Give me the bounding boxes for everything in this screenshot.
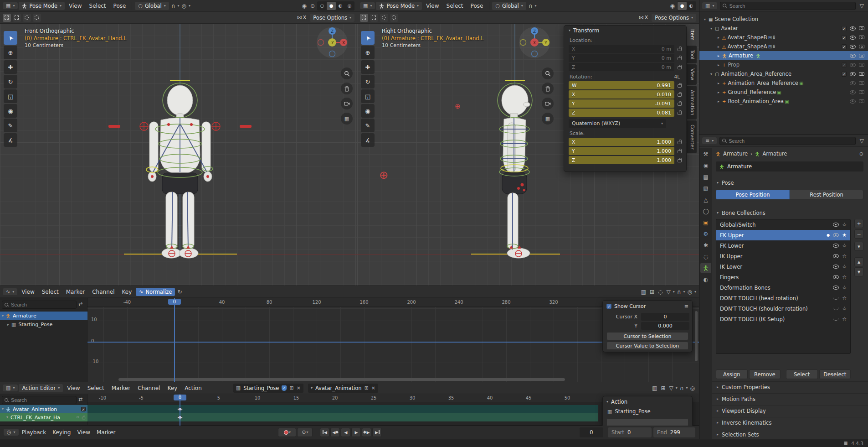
location-y-field[interactable]: Y0 m xyxy=(569,54,674,62)
proportional-dropdown-icon[interactable]: ▾ xyxy=(189,4,190,8)
editor-mode-dropdown[interactable]: Action Editor▾ xyxy=(19,384,63,392)
properties-search[interactable] xyxy=(719,137,856,145)
select-button[interactable]: Select xyxy=(786,369,818,379)
outliner-row-animation-area-collection[interactable]: ▾▢Animation_Area_Reference ✓ xyxy=(699,69,868,78)
mirror-icon[interactable]: ⋈ xyxy=(297,15,302,20)
filter-funnel-icon[interactable]: ▽ xyxy=(858,2,865,10)
selectable-checkbox[interactable]: ✓ xyxy=(842,44,847,49)
scale-y-field[interactable]: Y1.000 xyxy=(569,147,674,155)
pin-icon[interactable]: ⊙ xyxy=(76,416,79,419)
channel-keyframe-strip[interactable] xyxy=(87,413,598,421)
action-menu[interactable]: Action xyxy=(181,384,205,392)
bone-collection-row[interactable]: IK Lower☆ xyxy=(716,261,850,272)
hide-eye-icon[interactable] xyxy=(850,36,856,40)
visibility-eye-icon[interactable] xyxy=(833,233,839,237)
select-mode-box[interactable] xyxy=(13,14,21,22)
ik-target-icon[interactable]: ⊕ xyxy=(379,169,388,182)
graph-playhead[interactable] xyxy=(174,298,175,382)
chevron-down-icon[interactable]: ▾ xyxy=(676,386,678,390)
auto-normalize-icon[interactable]: ↻ xyxy=(176,288,183,296)
outliner-search[interactable] xyxy=(720,2,855,10)
visibility-eye-closed-icon[interactable] xyxy=(833,317,839,321)
cursor-y-field[interactable]: 0.000 xyxy=(641,322,689,330)
channel-menu[interactable]: Channel xyxy=(134,384,163,392)
mode-dropdown[interactable]: Pose Mode▾ xyxy=(376,2,422,10)
playhead-sync-icon[interactable]: ▥ xyxy=(651,384,658,392)
rotation-x-field[interactable]: X-0.010 xyxy=(569,90,674,99)
tab-view-layer[interactable]: ▧ xyxy=(700,183,711,193)
move-down-button[interactable]: ▼ xyxy=(854,267,863,276)
pin-icon[interactable]: ⊙ xyxy=(859,151,863,156)
lock-icon[interactable] xyxy=(678,94,682,97)
current-frame-field[interactable]: 0 xyxy=(580,427,603,437)
mirror-x-label[interactable]: X xyxy=(645,15,648,21)
tool-rotate[interactable]: ↻ xyxy=(361,75,375,88)
bone-collection-row[interactable]: IK Upper☆ xyxy=(716,251,850,261)
location-z-field[interactable]: Z0 m xyxy=(569,63,674,71)
tab-material[interactable]: ◐ xyxy=(700,274,711,285)
copy-icon[interactable]: ⊞ xyxy=(648,288,656,296)
proportional-edit-icon[interactable]: ◎ xyxy=(180,2,188,10)
tab-modifiers[interactable]: ⚙ xyxy=(700,229,711,239)
visibility-eye-icon[interactable] xyxy=(833,254,839,258)
render-camera-icon[interactable] xyxy=(859,26,864,30)
snap-icon[interactable]: ∩ xyxy=(676,288,683,296)
lock-icon[interactable] xyxy=(678,48,682,51)
filter-funnel-icon[interactable]: ▽ xyxy=(665,288,672,296)
playback-menu[interactable]: Playback xyxy=(19,428,50,437)
bone-target-icon[interactable]: ⊕ xyxy=(455,102,461,110)
tool-cursor[interactable]: ⊕ xyxy=(361,46,375,59)
tool-move[interactable]: ✚ xyxy=(361,60,375,74)
pose-options-dropdown[interactable]: Pose Options▾ xyxy=(310,14,354,22)
hide-eye-icon[interactable] xyxy=(850,99,856,104)
hide-eye-icon[interactable] xyxy=(850,54,856,58)
lock-icon[interactable] xyxy=(678,57,682,60)
tab-tool[interactable]: Tool xyxy=(687,46,697,63)
snap-magnet-icon[interactable]: ∩ xyxy=(170,2,177,10)
unlink-action-icon[interactable]: × xyxy=(297,385,301,390)
properties-search-input[interactable] xyxy=(729,138,853,144)
filter-funnel-icon[interactable]: ▽ xyxy=(668,384,674,392)
channel-avatar-animation[interactable]: ▾ Avatar_Animation ✓ xyxy=(0,405,87,413)
tool-scale[interactable]: ◱ xyxy=(361,89,375,103)
move-up-button[interactable]: ▲ xyxy=(854,257,863,266)
tab-converter[interactable]: Converter xyxy=(687,120,697,154)
tool-rotate[interactable]: ↻ xyxy=(4,75,17,88)
render-camera-icon[interactable] xyxy=(859,81,864,85)
show-overlays-icon[interactable]: ◉ xyxy=(300,2,308,10)
select-menu[interactable]: Select xyxy=(86,2,109,10)
proportional-edit-icon[interactable]: ◎ xyxy=(689,384,696,392)
render-camera-icon[interactable] xyxy=(859,54,864,57)
outliner-row-scene-collection[interactable]: ▾▦Scene Collection xyxy=(699,15,868,24)
solo-star-icon[interactable]: ☆ xyxy=(842,243,847,249)
next-keyframe-button[interactable]: ▶ xyxy=(362,428,371,437)
graph-search[interactable] xyxy=(2,301,77,309)
fake-user-shield-icon[interactable]: ✓ xyxy=(282,385,287,391)
action-panel-header[interactable]: ▾ Action xyxy=(606,399,627,405)
rotation-w-field[interactable]: W0.991 xyxy=(569,81,674,89)
outliner-search-input[interactable] xyxy=(729,3,853,9)
pose-position-button[interactable]: Pose Position xyxy=(716,190,790,199)
pose-section-header[interactable]: ▾Pose xyxy=(717,180,734,186)
tab-scene[interactable]: △ xyxy=(700,194,711,205)
character-side[interactable] xyxy=(478,75,551,276)
tab-tool[interactable]: ⚒ xyxy=(700,149,711,159)
panel-menu-icon[interactable]: ≡ xyxy=(684,304,688,309)
filter-funnel-icon[interactable]: ▽ xyxy=(858,137,865,145)
scale-x-field[interactable]: X1.000 xyxy=(569,138,674,146)
select-menu[interactable]: Select xyxy=(443,2,467,10)
deselect-button[interactable]: Deselect xyxy=(819,369,851,379)
orientation-dropdown[interactable]: ○Global▾ xyxy=(135,2,169,10)
render-camera-icon[interactable] xyxy=(859,72,864,76)
action-datablock-selector[interactable]: ▥ Starting_Pose ✓ ⊞ × xyxy=(233,384,303,393)
render-camera-icon[interactable] xyxy=(859,45,864,48)
graph-vscrollbar[interactable] xyxy=(695,311,698,361)
bone-collection-row[interactable]: DON'T TOUCH (shoulder rotation)☆ xyxy=(716,303,850,314)
collection-checkbox[interactable]: ✓ xyxy=(842,26,847,31)
outliner-row-avatar-shapeb[interactable]: ▸△Avatar_ShapeB ⊞8 ✓ xyxy=(699,33,868,42)
chevron-down-icon[interactable]: ▾ xyxy=(683,290,685,294)
hide-eye-icon[interactable] xyxy=(850,72,856,76)
shading-solid-icon[interactable]: ● xyxy=(327,2,336,10)
mirror-icon[interactable]: ⋈ xyxy=(639,15,644,20)
outliner-row-armature[interactable]: ▸ Armature xyxy=(699,51,868,60)
